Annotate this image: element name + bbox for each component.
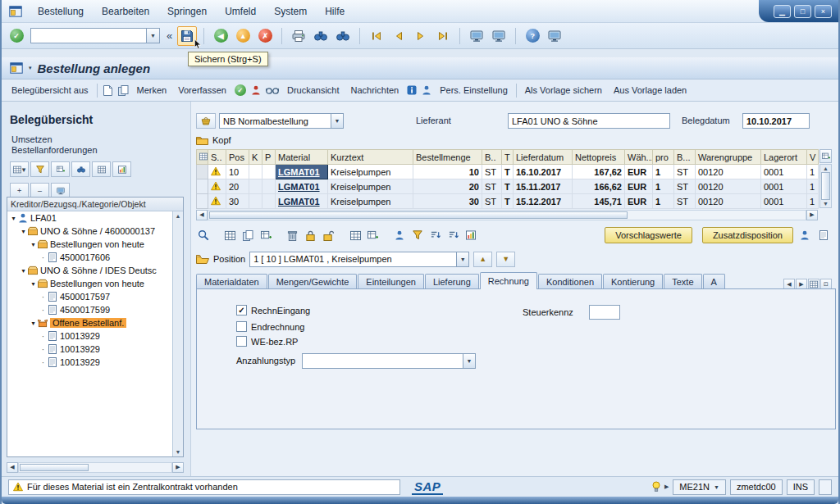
col-einheit[interactable]: B.. [482,150,502,165]
pos-cell[interactable]: 20 [226,179,249,194]
find-button[interactable] [311,26,331,46]
tree-item-document[interactable]: ·4500017606 [7,251,172,264]
previous-page-button[interactable] [389,26,409,46]
scrollbar-thumb[interactable] [20,464,89,471]
col-warengruppe[interactable]: Warengruppe [696,150,761,165]
expander-icon[interactable]: ▾ [19,267,28,275]
check-document-icon[interactable]: ✓ [235,84,246,96]
material-cell[interactable]: LGMAT01 [276,165,328,179]
bpe-cell[interactable]: ST [674,179,696,194]
endrechnung-checkbox[interactable] [236,321,247,332]
pers-einstellung-button[interactable]: Pers. Einstellung [436,83,511,98]
kurztext-cell[interactable]: Kreiselpumpen [328,194,413,209]
p-cell[interactable] [262,165,276,179]
menge-cell[interactable]: 10 [413,165,482,179]
einheit-cell[interactable]: ST [482,179,502,194]
back-button[interactable]: ◀ [211,26,231,46]
tab-einteilungen[interactable]: Einteilungen [358,274,424,289]
warengruppe-cell[interactable]: 00120 [696,194,761,209]
menu-bearbeiten[interactable]: Bearbeiten [94,2,158,20]
lagerort-cell[interactable]: 0001 [761,179,807,194]
copy-item-button[interactable] [240,227,255,243]
user-status-icon[interactable] [251,85,261,95]
col-nettopreis[interactable]: Nettopreis [573,150,625,165]
chevron-down-icon[interactable]: ▼ [331,114,343,128]
new-document-icon[interactable] [103,85,113,96]
tree-item-document[interactable]: ·10013929 [7,356,172,369]
expander-icon[interactable]: ▾ [29,241,38,248]
tab-kontierung[interactable]: Kontierung [603,274,663,289]
menge-cell[interactable]: 20 [413,179,482,194]
lock-item-button[interactable] [304,227,318,243]
we-bez-rp-checkbox[interactable] [236,336,247,347]
scrollbar-thumb[interactable] [821,172,830,200]
scrollbar-track[interactable] [208,210,806,220]
previous-item-button[interactable]: ▲ [473,252,492,267]
sort-descending-button[interactable] [446,227,461,243]
print-button[interactable] [289,26,308,46]
beleguebersicht-aus-button[interactable]: Belegübersicht aus [8,83,92,98]
tree-vertical-scrollbar[interactable]: ▲▼ [172,211,183,456]
pro-cell[interactable]: 1 [653,165,674,179]
col-pro[interactable]: pro [653,150,674,165]
kopf-label[interactable]: Kopf [212,135,231,145]
scroll-left-icon[interactable]: ◀ [196,210,208,220]
lagerort-cell[interactable]: 0001 [761,194,807,209]
row-select-cell[interactable] [197,179,208,194]
pos-cell[interactable]: 10 [226,165,249,179]
warengruppe-cell[interactable]: 00120 [696,179,761,194]
col-bpe[interactable]: B... [674,150,696,165]
p-cell[interactable] [262,179,276,194]
p-cell[interactable] [262,194,276,209]
tree-item-group[interactable]: ▾Bestellungen von heute [7,277,172,290]
status-cell[interactable] [208,165,226,179]
command-collapse-button[interactable]: « [164,30,175,42]
tree-column-header[interactable]: Kreditor/Bezugsq./Kategorie/Objekt [7,198,183,211]
refresh-button[interactable] [51,161,70,177]
status-expand-icon[interactable]: ▶ [664,484,669,490]
col-t[interactable]: T [502,150,514,165]
lamp-icon[interactable] [652,481,660,493]
layout-button[interactable] [223,227,238,243]
tab-texte[interactable]: Texte [664,274,701,289]
scroll-up-icon[interactable]: ▲ [823,166,829,171]
menu-bestellung[interactable]: Bestellung [30,2,92,20]
window-minimize-button[interactable]: ▁ [774,5,791,18]
einheit-cell[interactable]: ST [482,165,502,179]
als-vorlage-sichern-button[interactable]: Als Vorlage sichern [522,83,605,98]
transaction-field[interactable]: ME21N▼ [673,479,726,495]
selection-variant-button[interactable]: ▾ [10,161,29,177]
lagerort-cell[interactable]: 0001 [761,165,807,179]
customize-layout-button[interactable] [545,26,564,46]
menu-hilfe[interactable]: Hilfe [317,2,353,20]
grid-horizontal-scrollbar[interactable]: ◀ ▶ [196,209,818,220]
col-kurztext[interactable]: Kurztext [328,150,413,165]
tree-item-group[interactable]: ▾UNO & Söhne / 4600000137 [7,225,172,238]
next-page-button[interactable] [411,26,431,46]
next-item-button[interactable]: ▼ [496,252,515,267]
last-page-button[interactable] [433,26,453,46]
scroll-right-icon[interactable]: ▶ [172,462,184,473]
position-select[interactable]: 1 [ 10 ] LGMAT01 , Kreiselpumpen▼ [249,252,469,267]
col-waehrung[interactable]: Wäh... [625,150,653,165]
tree-item-group[interactable]: ▾UNO & Söhne / IDES Deutsc [7,264,172,277]
pro-cell[interactable]: 1 [653,194,674,209]
status-message-field[interactable]: Für dieses Material ist ein Zentralkontr… [8,479,400,495]
nachrichten-button[interactable]: Nachrichten [348,83,403,98]
scrollbar-thumb[interactable] [209,211,628,219]
pos-cell[interactable]: 30 [226,194,249,209]
bpe-cell[interactable]: ST [674,194,696,209]
order-type-menu-button[interactable] [196,113,216,129]
command-input[interactable] [30,28,147,43]
hierarchy-button[interactable] [112,161,131,177]
material-cell[interactable]: LGMAT01 [276,179,328,194]
select-all-header[interactable] [197,150,208,165]
insert-mode-field[interactable]: INS [787,479,815,495]
vorschlagswerte-button[interactable]: Vorschlagswerte [605,227,692,243]
waehrung-cell[interactable]: EUR [625,179,653,194]
layout-button[interactable] [92,161,111,177]
item-row[interactable]: 10 LGMAT01 Kreiselpumpen 10 ST T 16.10.2… [197,165,819,179]
menu-system[interactable]: System [266,2,315,20]
server-field[interactable]: zmetdc00 [730,479,783,495]
bestellanforderungen-label[interactable]: Bestellanforderungen [11,145,190,156]
